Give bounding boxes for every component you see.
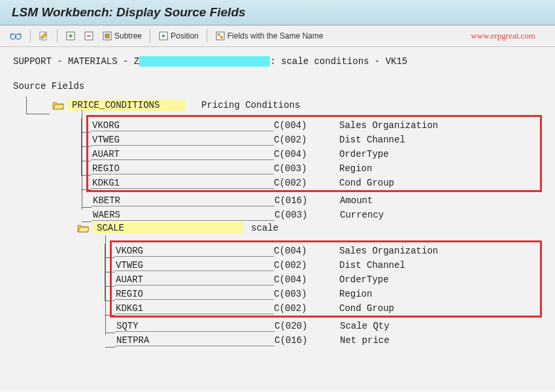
- folder-open-icon: [52, 101, 64, 110]
- subtree-button[interactable]: Subtree: [99, 29, 144, 42]
- redbox-1: VKORGC(004)Sales Organization VTWEGC(002…: [86, 115, 542, 192]
- edit-icon[interactable]: [36, 29, 52, 42]
- tree-root: Source Fields PRICE_CONDITIONS Pricing C…: [13, 81, 542, 348]
- subtree-label: Subtree: [114, 31, 142, 41]
- fields-block-2: VKORGC(004)Sales Organization VTWEGC(002…: [115, 240, 542, 348]
- field-row[interactable]: SQTYC(020)Scale Qty: [115, 319, 542, 333]
- folder-scale[interactable]: SCALE scale: [77, 222, 542, 234]
- svg-point-8: [162, 35, 165, 37]
- same-name-button[interactable]: Fields with the Same Name: [212, 29, 326, 42]
- folder-desc: Pricing Conditions: [201, 100, 300, 110]
- glasses-icon[interactable]: [7, 29, 25, 42]
- title-bar: LSM Workbench: Display Source Fields: [0, 0, 555, 25]
- breadcrumb: SUPPORT - MATERIALS - Z: scale condition…: [13, 56, 542, 67]
- folder-name: PRICE_CONDITIONS: [68, 99, 186, 111]
- content-area: SUPPORT - MATERIALS - Z: scale condition…: [0, 47, 555, 389]
- folder-name: SCALE: [93, 222, 243, 234]
- toolbar: Subtree Position Fields with the Same Na…: [0, 25, 555, 47]
- field-row[interactable]: VTWEGC(002)Dist Channel: [91, 133, 537, 147]
- svg-rect-11: [220, 36, 223, 39]
- breadcrumb-part1: SUPPORT - MATERIALS - Z: [13, 56, 139, 67]
- redbox-2: VKORGC(004)Sales Organization VTWEGC(002…: [110, 240, 542, 318]
- expand-all-icon[interactable]: [63, 29, 78, 42]
- field-row[interactable]: AUARTC(004)OrderType: [114, 272, 537, 287]
- fields-block-1: VKORGC(004)Sales Organization VTWEGC(002…: [92, 115, 542, 222]
- position-button[interactable]: Position: [156, 29, 201, 42]
- collapse-all-icon[interactable]: [81, 29, 97, 42]
- field-row[interactable]: KBETRC(016)Amount: [92, 193, 542, 208]
- watermark: www.erpgreat.com: [471, 31, 535, 41]
- field-row[interactable]: VKORGC(004)Sales Organization: [91, 118, 537, 133]
- position-label: Position: [171, 31, 199, 41]
- redacted-mask: [139, 56, 270, 67]
- breadcrumb-part2: : scale conditions - VK15: [270, 56, 407, 67]
- folder-desc: scale: [251, 223, 278, 233]
- svg-rect-10: [218, 33, 220, 36]
- field-row[interactable]: KDKG1C(002)Cond Group: [114, 301, 537, 316]
- tree-root-label: Source Fields: [13, 81, 84, 91]
- field-row[interactable]: VKORGC(004)Sales Organization: [114, 244, 537, 258]
- same-name-label: Fields with the Same Name: [227, 31, 324, 41]
- folder-price-conditions[interactable]: PRICE_CONDITIONS Pricing Conditions: [52, 99, 542, 111]
- field-row[interactable]: WAERSC(003)Currency: [92, 208, 542, 222]
- folder-open-icon: [77, 223, 89, 233]
- field-row[interactable]: NETPRAC(016)Net price: [115, 333, 542, 348]
- svg-rect-6: [105, 34, 109, 38]
- field-row[interactable]: REGIOC(003)Region: [91, 161, 537, 176]
- field-row[interactable]: AUARTC(004)OrderType: [91, 147, 537, 161]
- field-row[interactable]: KDKG1C(002)Cond Group: [91, 176, 537, 190]
- tree-level1: PRICE_CONDITIONS Pricing Conditions VKOR…: [26, 99, 542, 348]
- page-title: LSM Workbench: Display Source Fields: [12, 5, 543, 20]
- field-row[interactable]: REGIOC(003)Region: [114, 287, 537, 301]
- field-row[interactable]: VTWEGC(002)Dist Channel: [114, 258, 537, 272]
